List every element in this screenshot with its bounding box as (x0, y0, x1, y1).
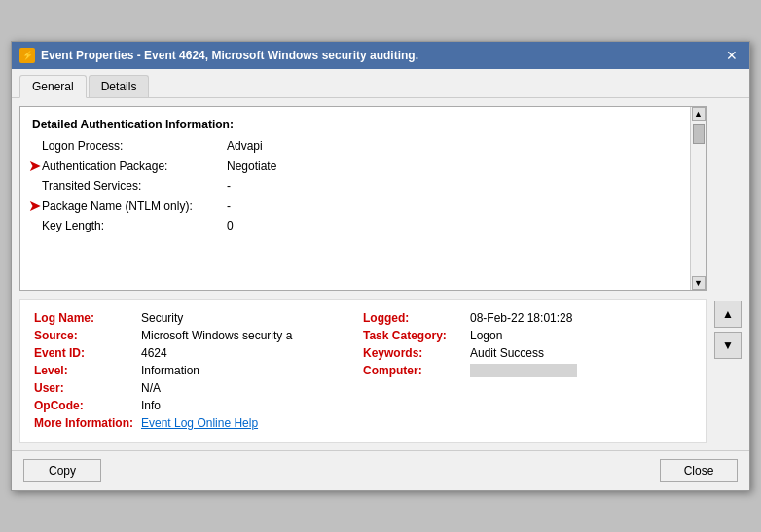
scroll-up-arrow[interactable]: ▲ (692, 107, 706, 121)
copy-button[interactable]: Copy (23, 459, 101, 482)
window-title: Event Properties - Event 4624, Microsoft… (41, 49, 418, 62)
table-row: Key Length: 0 (32, 216, 694, 235)
tab-bar: General Details (12, 69, 749, 98)
side-buttons: ▲ ▼ (714, 106, 742, 443)
info-row-level: Level: Information (34, 362, 363, 379)
scrollbar-vertical[interactable]: ▲ ▼ (690, 107, 706, 290)
title-bar-left: ⚡ Event Properties - Event 4624, Microso… (19, 48, 418, 63)
main-content: Detailed Authentication Information: Log… (19, 106, 707, 443)
info-grid: Log Name: Security Source: Microsoft Win… (19, 299, 707, 443)
info-label: Source: (34, 329, 141, 342)
tab-general[interactable]: General (19, 75, 87, 98)
row-value: - (227, 176, 694, 195)
info-label: Task Category: (363, 329, 470, 342)
scroll-pane-inner: Detailed Authentication Information: Log… (20, 107, 706, 243)
tab-details[interactable]: Details (89, 75, 150, 97)
info-row-user: User: N/A (34, 379, 363, 397)
row-label: Transited Services: (32, 176, 227, 195)
info-value: Audit Success (470, 346, 544, 360)
window-icon: ⚡ (19, 48, 35, 63)
row-value: 0 (227, 216, 694, 235)
info-label: Keywords: (363, 346, 470, 360)
title-bar: ⚡ Event Properties - Event 4624, Microso… (12, 42, 749, 69)
info-value: 08-Feb-22 18:01:28 (470, 311, 572, 325)
info-value: Security (141, 311, 183, 325)
event-log-online-help-link[interactable]: Event Log Online Help (141, 416, 258, 430)
info-label: More Information: (34, 416, 141, 430)
scroll-down-arrow[interactable]: ▼ (692, 276, 706, 290)
scroll-up-button[interactable]: ▲ (714, 301, 742, 328)
row-value: Advapi (227, 136, 694, 156)
row-value: Negotiate (227, 157, 694, 176)
close-window-button[interactable]: ✕ (722, 46, 742, 65)
row-label: Key Length: (32, 216, 227, 235)
table-row: Logon Process: Advapi (32, 136, 694, 156)
row-label: Authentication Package: (32, 157, 227, 176)
info-row-keywords: Keywords: Audit Success (363, 344, 692, 362)
info-label: User: (34, 381, 141, 395)
info-row-logname: Log Name: Security (34, 309, 363, 327)
computer-redacted-value (470, 364, 577, 377)
info-label: OpCode: (34, 399, 141, 412)
info-label: Event ID: (34, 346, 141, 360)
info-row-opcode: OpCode: Info (34, 397, 363, 414)
row-label: Logon Process: (32, 136, 227, 156)
info-label: Logged: (363, 311, 470, 325)
info-left-col: Log Name: Security Source: Microsoft Win… (34, 309, 363, 432)
row-label: Package Name (NTLM only): (32, 196, 227, 216)
info-row-source: Source: Microsoft Windows security a (34, 327, 363, 344)
footer: Copy Close (12, 450, 749, 490)
info-value: Microsoft Windows security a (141, 329, 292, 342)
info-row-eventid: Event ID: 4624 (34, 344, 363, 362)
info-right-col: Logged: 08-Feb-22 18:01:28 Task Category… (363, 309, 692, 432)
content-area: Detailed Authentication Information: Log… (12, 98, 749, 450)
table-row: Transited Services: - (32, 176, 694, 195)
close-button[interactable]: Close (660, 459, 738, 482)
info-label: Level: (34, 364, 141, 377)
info-row-moreinfo: More Information: Event Log Online Help (34, 414, 363, 432)
scroll-down-button[interactable]: ▼ (714, 332, 742, 359)
event-properties-window: ⚡ Event Properties - Event 4624, Microso… (11, 41, 750, 491)
table-row: ➤ Authentication Package: Negotiate (32, 157, 694, 176)
info-row-task: Task Category: Logon (363, 327, 692, 344)
info-label: Computer: (363, 364, 470, 377)
info-value: Info (141, 399, 161, 412)
info-value: N/A (141, 381, 161, 395)
info-value: Logon (470, 329, 502, 342)
info-row-computer: Computer: (363, 362, 692, 379)
info-value: Information (141, 364, 199, 377)
scroll-pane[interactable]: Detailed Authentication Information: Log… (19, 106, 707, 291)
info-row-logged: Logged: 08-Feb-22 18:01:28 (363, 309, 692, 327)
scroll-section-title: Detailed Authentication Information: (32, 115, 694, 134)
info-label: Log Name: (34, 311, 141, 325)
row-value: - (227, 196, 694, 216)
table-row: ➤ Package Name (NTLM only): - (32, 196, 694, 216)
scroll-thumb[interactable] (693, 124, 705, 144)
info-value: 4624 (141, 346, 167, 360)
